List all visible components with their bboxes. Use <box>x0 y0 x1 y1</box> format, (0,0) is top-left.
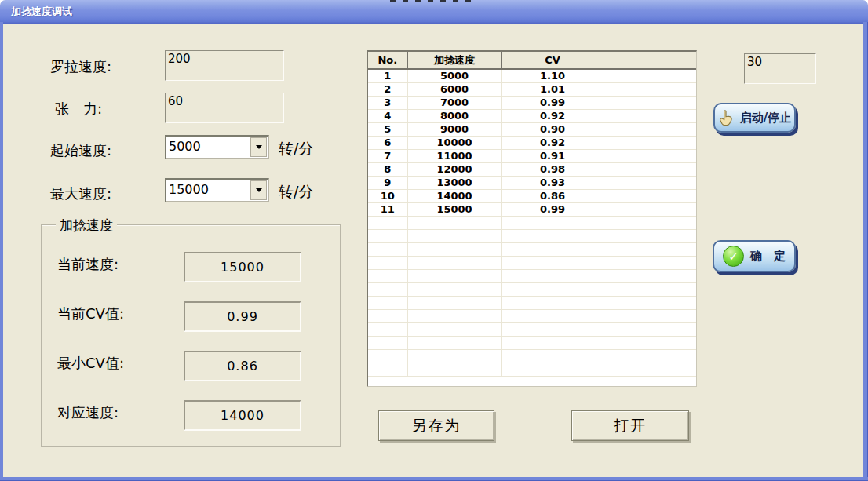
table-header-row: No. 加捻速度 CV <box>368 52 696 69</box>
table-cell: 1 <box>368 69 407 83</box>
table-cell <box>368 297 407 310</box>
window-title: 加捻速度调试 <box>11 0 72 24</box>
start-speed-unit: 转/分 <box>279 139 313 159</box>
table-row <box>368 283 696 297</box>
table-cell <box>407 310 501 323</box>
table-cell <box>501 350 604 363</box>
table-cell: 3 <box>368 97 407 110</box>
table-cell <box>407 363 501 377</box>
chevron-down-icon <box>256 145 262 149</box>
table-cell <box>604 123 696 137</box>
table-row[interactable]: 150001.10 <box>368 69 696 83</box>
background-window-text-fragment <box>390 0 473 2</box>
table-cell <box>407 257 501 270</box>
ok-button[interactable]: ✓ 确 定 <box>713 240 796 272</box>
table-body: 150001.10260001.01370000.99480000.925900… <box>368 69 696 377</box>
open-button[interactable]: 打开 <box>571 410 689 441</box>
table-cell: 0.91 <box>501 150 604 163</box>
table-cell <box>604 217 696 230</box>
table-cell <box>604 350 696 363</box>
max-speed-combobox[interactable]: 15000 <box>165 178 269 202</box>
chevron-down-icon <box>256 188 262 192</box>
table-cell: 14000 <box>407 190 501 203</box>
matching-speed-label: 对应速度: <box>57 403 119 422</box>
column-header-blank <box>604 52 696 69</box>
table-row <box>368 243 696 257</box>
table-row <box>368 323 696 337</box>
table-cell: 4 <box>368 110 407 123</box>
table-cell <box>604 83 696 97</box>
table-row[interactable]: 7110000.91 <box>368 150 696 163</box>
table-cell: 11000 <box>407 150 501 163</box>
table-cell: 6000 <box>407 83 501 97</box>
twist-speed-group-legend: 加捻速度 <box>56 217 117 235</box>
table-cell: 2 <box>368 83 407 97</box>
column-header-cv: CV <box>501 52 604 69</box>
table-row[interactable]: 370000.99 <box>368 97 696 110</box>
table-row[interactable]: 6100000.92 <box>368 137 696 150</box>
dialog-window: 加捻速度调试 罗拉速度: 200 张 力: 60 起始速度: 5000 转/分 … <box>0 0 868 481</box>
table-cell: 12000 <box>407 163 501 177</box>
table-row <box>368 257 696 270</box>
table-row <box>368 350 696 363</box>
table-cell <box>501 270 604 283</box>
table-cell <box>501 257 604 270</box>
table-cell <box>368 283 407 297</box>
start-speed-dropdown-button[interactable] <box>250 137 267 157</box>
cv-results-table[interactable]: No. 加捻速度 CV 150001.10260001.01370000.994… <box>367 50 697 387</box>
table-cell <box>501 217 604 230</box>
table-cell: 0.86 <box>501 190 604 203</box>
table-cell <box>604 257 696 270</box>
table-cell <box>604 97 696 110</box>
table-cell <box>407 230 501 243</box>
table-row <box>368 217 696 230</box>
window-border-right <box>863 22 868 481</box>
window-border-left <box>0 22 3 481</box>
table-cell <box>604 110 696 123</box>
max-speed-unit: 转/分 <box>279 182 313 202</box>
table-cell <box>501 283 604 297</box>
table-cell <box>501 310 604 323</box>
current-cv-value: 0.99 <box>184 301 301 332</box>
table-cell <box>368 363 407 377</box>
start-stop-label: 启动/停止 <box>740 111 791 126</box>
table-cell <box>501 337 604 350</box>
table-cell <box>604 163 696 177</box>
save-as-button[interactable]: 另存为 <box>378 410 494 441</box>
table-cell <box>604 323 696 337</box>
table-cell <box>604 297 696 310</box>
table-cell <box>604 243 696 257</box>
start-speed-combobox[interactable]: 5000 <box>165 135 269 159</box>
table-row[interactable]: 480000.92 <box>368 110 696 123</box>
table-row <box>368 297 696 310</box>
table-cell: 0.99 <box>501 97 604 110</box>
table-cell: 10 <box>368 190 407 203</box>
table-row <box>368 337 696 350</box>
tension-field[interactable]: 60 <box>165 93 284 123</box>
roller-speed-field[interactable]: 200 <box>165 50 284 81</box>
table-cell <box>604 203 696 217</box>
table-cell: 0.90 <box>501 123 604 137</box>
table-cell <box>604 270 696 283</box>
table-cell <box>501 297 604 310</box>
table-cell: 5 <box>368 123 407 137</box>
table-cell <box>501 323 604 337</box>
table-row[interactable]: 260001.01 <box>368 83 696 97</box>
table-row <box>368 363 696 377</box>
check-icon: ✓ <box>723 246 744 267</box>
table-cell <box>604 137 696 150</box>
table-row[interactable]: 9130000.93 <box>368 177 696 190</box>
table-cell: 1.10 <box>501 69 604 83</box>
max-speed-dropdown-button[interactable] <box>250 180 267 200</box>
table-cell: 9 <box>368 177 407 190</box>
table-cell: 0.98 <box>501 163 604 177</box>
table-cell <box>368 257 407 270</box>
table-row[interactable]: 590000.90 <box>368 123 696 137</box>
table-row[interactable]: 8120000.98 <box>368 163 696 177</box>
table-row[interactable]: 11150000.99 <box>368 203 696 217</box>
table-cell: 0.92 <box>501 110 604 123</box>
table-cell: 10000 <box>407 137 501 150</box>
interval-field[interactable]: 30 <box>744 53 816 84</box>
start-stop-button[interactable]: 启动/停止 <box>713 103 796 133</box>
table-row[interactable]: 10140000.86 <box>368 190 696 203</box>
